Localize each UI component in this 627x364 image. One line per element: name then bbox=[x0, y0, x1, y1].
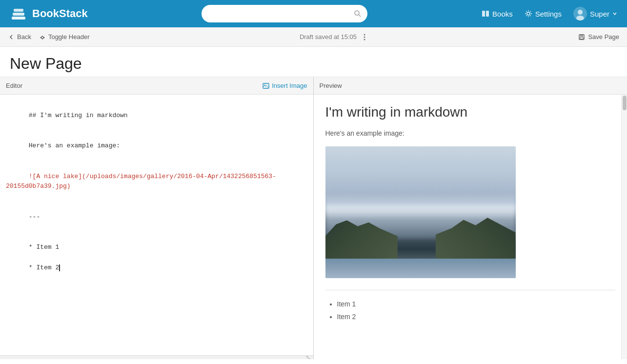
draft-status: Draft saved at 15:05 bbox=[300, 33, 357, 40]
svg-point-13 bbox=[364, 39, 365, 40]
divider bbox=[325, 290, 616, 290]
preview-image bbox=[325, 146, 516, 278]
svg-line-4 bbox=[359, 15, 361, 17]
list-item: Item 1 bbox=[337, 298, 616, 310]
editor-container: Editor Insert Image ## I'm writing in ma… bbox=[0, 77, 627, 359]
bookstack-logo-icon bbox=[10, 5, 27, 22]
more-icon[interactable] bbox=[361, 33, 368, 41]
toggle-header-button[interactable]: Toggle Header bbox=[39, 33, 90, 40]
svg-rect-15 bbox=[580, 35, 583, 37]
logo[interactable]: BookStack bbox=[10, 5, 88, 22]
editor-pane: Editor Insert Image ## I'm writing in ma… bbox=[0, 77, 314, 359]
editor-content[interactable]: ## I'm writing in markdown Here's an exa… bbox=[0, 95, 313, 355]
back-label: Back bbox=[17, 33, 31, 40]
editor-label: Editor bbox=[6, 82, 22, 89]
user-label: Super bbox=[590, 10, 609, 18]
preview-paragraph: Here's an example image: bbox=[325, 128, 616, 139]
top-navigation: BookStack Books Settings bbox=[0, 0, 627, 27]
sub-nav-right: Save Page bbox=[578, 33, 619, 40]
svg-rect-16 bbox=[580, 37, 583, 39]
toggle-header-icon bbox=[39, 34, 46, 40]
lake-image bbox=[325, 146, 516, 278]
svg-point-3 bbox=[355, 11, 359, 15]
svg-rect-5 bbox=[482, 11, 485, 17]
back-button[interactable]: Back bbox=[8, 33, 31, 40]
search-input[interactable] bbox=[207, 10, 350, 18]
books-icon bbox=[482, 10, 489, 18]
settings-label: Settings bbox=[535, 10, 562, 18]
scroll-thumb bbox=[623, 96, 627, 110]
svg-point-9 bbox=[578, 10, 583, 15]
svg-point-11 bbox=[364, 34, 365, 35]
image-icon bbox=[263, 82, 269, 89]
search-icon bbox=[354, 10, 362, 18]
sub-nav-left: Back Toggle Header bbox=[8, 33, 89, 40]
page-title: New Page bbox=[10, 55, 617, 73]
draft-status-area: Draft saved at 15:05 bbox=[99, 33, 568, 41]
preview-content[interactable]: I'm writing in markdown Here's an exampl… bbox=[314, 95, 627, 359]
list-item: Item 2 bbox=[337, 311, 616, 323]
save-page-button[interactable]: Save Page bbox=[578, 33, 619, 40]
preview-pane: Preview I'm writing in markdown Here's a… bbox=[314, 77, 627, 359]
back-arrow-icon bbox=[8, 34, 15, 40]
nav-right: Books Settings Super bbox=[482, 7, 617, 20]
gear-icon bbox=[525, 10, 532, 18]
svg-rect-0 bbox=[12, 17, 25, 20]
toggle-header-label: Toggle Header bbox=[48, 33, 90, 40]
svg-point-10 bbox=[576, 16, 584, 20]
preview-toolbar: Preview bbox=[314, 77, 627, 95]
insert-image-button[interactable]: Insert Image bbox=[263, 82, 307, 89]
preview-heading: I'm writing in markdown bbox=[325, 104, 616, 120]
save-icon bbox=[578, 34, 585, 40]
user-avatar-icon bbox=[573, 7, 587, 20]
save-page-label: Save Page bbox=[588, 33, 619, 40]
search-container bbox=[202, 5, 367, 22]
scrollbar[interactable] bbox=[621, 95, 627, 359]
books-label: Books bbox=[492, 10, 513, 18]
page-title-area: New Page bbox=[0, 47, 627, 77]
editor-toolbar: Editor Insert Image bbox=[0, 77, 313, 95]
search-area bbox=[96, 5, 474, 22]
editor-resize-handle[interactable]: ⤡ bbox=[0, 355, 313, 359]
user-menu[interactable]: Super bbox=[573, 7, 617, 20]
svg-rect-1 bbox=[13, 13, 24, 16]
svg-point-7 bbox=[527, 12, 530, 15]
settings-nav-item[interactable]: Settings bbox=[525, 10, 562, 18]
books-nav-item[interactable]: Books bbox=[482, 10, 513, 18]
svg-rect-2 bbox=[14, 9, 23, 12]
app-name: BookStack bbox=[32, 7, 88, 20]
svg-rect-6 bbox=[486, 11, 489, 17]
preview-label: Preview bbox=[320, 82, 342, 89]
preview-list: Item 1 Item 2 bbox=[325, 298, 616, 323]
insert-image-label: Insert Image bbox=[272, 82, 307, 89]
svg-point-12 bbox=[364, 36, 365, 38]
chevron-down-icon bbox=[612, 11, 617, 16]
sub-navigation: Back Toggle Header Draft saved at 15:05 … bbox=[0, 27, 627, 47]
